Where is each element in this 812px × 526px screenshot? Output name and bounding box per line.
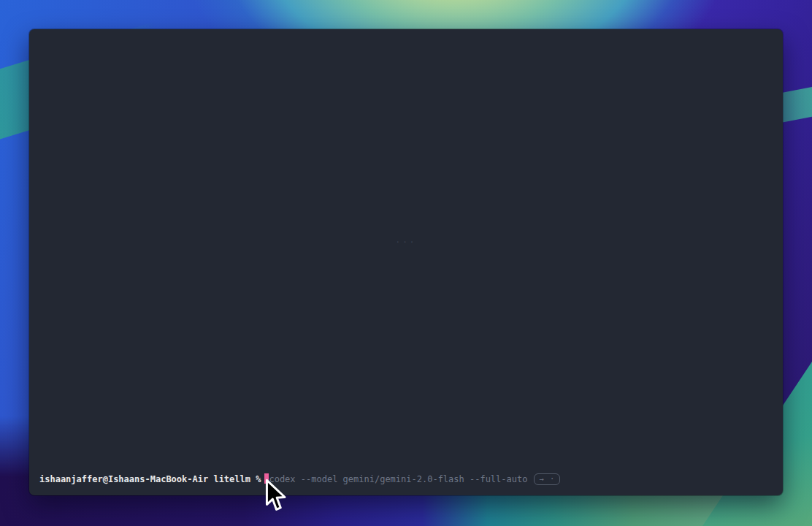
mouse-cursor-icon — [264, 479, 288, 515]
terminal-window[interactable]: ... ishaanjaffer@Ishaans-MacBook-Air lit… — [29, 29, 783, 495]
terminal-loading-dots: ... — [396, 236, 417, 245]
autosuggestion-text: codex --model gemini/gemini-2.0-flash --… — [269, 474, 527, 484]
terminal-prompt-line: ishaanjaffer@Ishaans-MacBook-Air litellm… — [39, 473, 773, 485]
right-arrow-key-hint-badge: → · — [534, 473, 560, 485]
prompt-text: ishaanjaffer@Ishaans-MacBook-Air litellm… — [39, 474, 261, 484]
desktop: ... ishaanjaffer@Ishaans-MacBook-Air lit… — [0, 0, 812, 526]
